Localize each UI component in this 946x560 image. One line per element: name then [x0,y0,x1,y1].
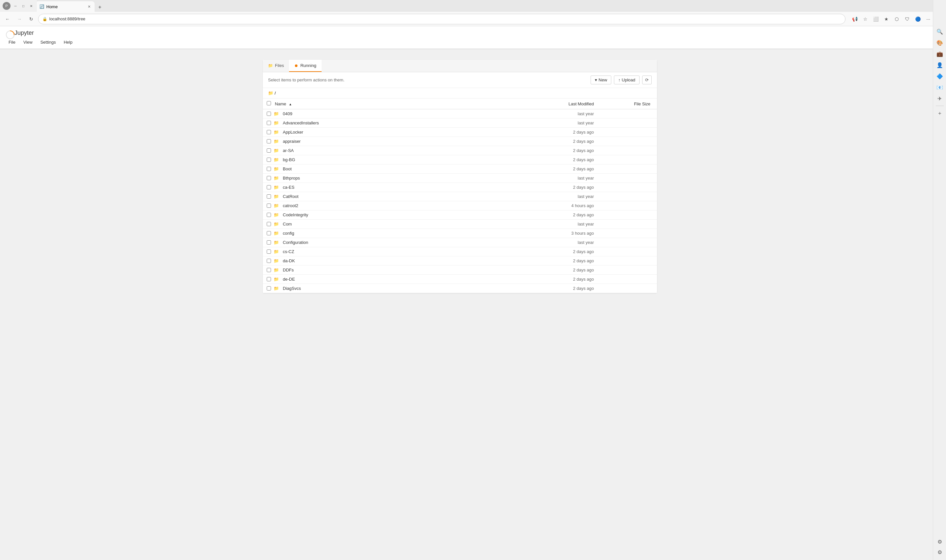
favorites-bar-icon[interactable]: ★ [881,14,891,24]
table-row[interactable]: 📁 DiagSvcs 2 days ago [263,284,657,293]
browser-extension2-icon[interactable]: 🔵 [913,14,922,24]
row-checkbox-6[interactable] [267,167,271,171]
row-checkbox-14[interactable] [267,240,271,245]
table-row[interactable]: 📁 DDFs 2 days ago [263,266,657,275]
favorites-icon[interactable]: ☆ [861,14,870,24]
row-checkbox-9[interactable] [267,194,271,198]
paint-sidebar-icon[interactable]: 🎨 [935,37,945,48]
menu-settings[interactable]: Settings [37,38,59,46]
more-button[interactable]: ··· [924,14,933,24]
upload-button[interactable]: ↑ Upload [614,75,639,85]
table-row[interactable]: 📁 0409 last year [263,109,657,118]
table-row[interactable]: 📁 Boot 2 days ago [263,165,657,174]
table-row[interactable]: 📁 appraiser 2 days ago [263,137,657,146]
profile-icon[interactable]: P [3,2,11,10]
file-name[interactable]: Boot [283,166,292,171]
collections-icon[interactable]: ⬡ [892,14,901,24]
table-row[interactable]: 📁 Configuration last year [263,238,657,247]
mail-sidebar-icon[interactable]: 📧 [935,82,945,92]
file-name[interactable]: bg-BG [283,157,295,162]
file-name[interactable]: appraiser [283,139,300,144]
file-name[interactable]: cs-CZ [283,249,294,254]
plus-sidebar-icon[interactable]: ＋ [935,108,945,118]
row-checkbox-0[interactable] [267,112,271,116]
send-sidebar-icon[interactable]: ✈ [935,93,945,104]
extension-sidebar-icon[interactable]: 🔷 [935,71,945,82]
file-name[interactable]: da-DK [283,258,295,263]
search-sidebar-icon[interactable]: 🔍 [935,26,945,37]
new-tab-button[interactable]: + [95,3,105,12]
file-name[interactable]: AdvancedInstallers [283,120,319,125]
menu-view[interactable]: View [20,38,36,46]
table-row[interactable]: 📁 de-DE 2 days ago [263,275,657,284]
file-name[interactable]: ca-ES [283,185,294,190]
table-row[interactable]: 📁 config 3 hours ago [263,229,657,238]
file-name[interactable]: 0409 [283,111,292,116]
table-row[interactable]: 📁 Com last year [263,220,657,229]
file-name[interactable]: DDFs [283,268,294,272]
row-checkbox-10[interactable] [267,203,271,208]
table-row[interactable]: 📁 cs-CZ 2 days ago [263,247,657,256]
maximize-button[interactable]: □ [20,3,26,9]
tab-close-button[interactable]: ✕ [88,5,91,9]
split-screen-icon[interactable]: ⬜ [871,14,880,24]
file-name[interactable]: AppLocker [283,130,303,135]
browser-extension-icon[interactable]: 🛡 [903,14,912,24]
row-checkbox-4[interactable] [267,148,271,152]
table-row[interactable]: 📁 catroot2 4 hours ago [263,201,657,211]
file-name[interactable]: catroot2 [283,203,298,208]
bag-sidebar-icon[interactable]: 💼 [935,49,945,59]
row-checkbox-15[interactable] [267,249,271,254]
new-button[interactable]: ▾ New [591,75,611,85]
file-name[interactable]: DiagSvcs [283,286,301,291]
file-name[interactable]: Com [283,222,292,226]
row-checkbox-19[interactable] [267,286,271,291]
forward-button[interactable]: → [14,14,24,24]
row-checkbox-2[interactable] [267,130,271,134]
header-name[interactable]: Name ▲ [263,98,499,109]
row-checkbox-8[interactable] [267,185,271,189]
refresh-button[interactable]: ↻ [26,14,36,24]
minimize-button[interactable]: ─ [12,3,18,9]
tab-running[interactable]: ⏺ Running [289,60,321,72]
header-file-size[interactable]: File Size [598,98,657,109]
file-name[interactable]: ar-SA [283,148,294,153]
tab-home[interactable]: 🔄 Home ✕ [35,1,95,12]
settings-sidebar-icon[interactable]: ⚙ [935,536,945,547]
file-name[interactable]: config [283,231,294,236]
row-checkbox-17[interactable] [267,268,271,272]
refresh-button-file[interactable]: ⟳ [642,75,652,85]
row-checkbox-13[interactable] [267,231,271,235]
table-row[interactable]: 📁 da-DK 2 days ago [263,256,657,266]
settings2-sidebar-icon[interactable]: ⚙ [935,547,945,557]
row-checkbox-3[interactable] [267,139,271,143]
menu-help[interactable]: Help [60,38,76,46]
row-checkbox-7[interactable] [267,176,271,180]
row-checkbox-12[interactable] [267,222,271,226]
file-name[interactable]: CatRoot [283,194,299,199]
read-aloud-icon[interactable]: 📢 [850,14,859,24]
table-row[interactable]: 📁 ca-ES 2 days ago [263,183,657,192]
table-row[interactable]: 📁 ar-SA 2 days ago [263,146,657,155]
header-last-modified[interactable]: Last Modified [499,98,598,109]
table-row[interactable]: 📁 CodeIntegrity 2 days ago [263,211,657,220]
file-name[interactable]: Bthprops [283,175,300,180]
row-checkbox-5[interactable] [267,158,271,162]
table-row[interactable]: 📁 CatRoot last year [263,192,657,201]
tab-files[interactable]: 📁 Files [263,60,289,72]
close-button[interactable]: ✕ [28,3,34,9]
table-row[interactable]: 📁 Bthprops last year [263,174,657,183]
row-checkbox-16[interactable] [267,258,271,263]
table-row[interactable]: 📁 bg-BG 2 days ago [263,155,657,165]
file-table-container[interactable]: Name ▲ Last Modified File Size [263,98,657,293]
file-name[interactable]: Configuration [283,240,308,245]
table-row[interactable]: 📁 AdvancedInstallers last year [263,118,657,128]
select-all-checkbox[interactable] [267,101,271,105]
row-checkbox-18[interactable] [267,277,271,281]
person-sidebar-icon[interactable]: 👤 [935,60,945,70]
address-bar[interactable]: 🔒 localhost:8889/tree [38,14,846,24]
back-button[interactable]: ← [3,14,12,24]
file-name[interactable]: CodeIntegrity [283,212,308,217]
table-row[interactable]: 📁 AppLocker 2 days ago [263,128,657,137]
row-checkbox-1[interactable] [267,121,271,125]
